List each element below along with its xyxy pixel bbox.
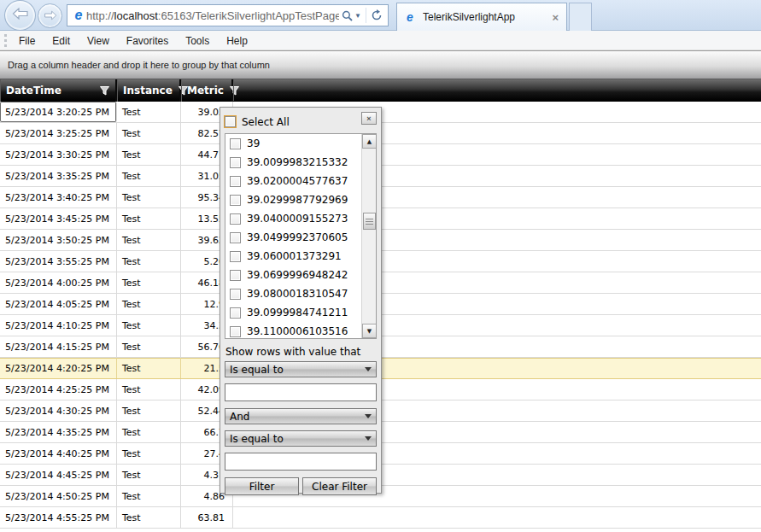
cell-instance[interactable]: Test xyxy=(117,230,181,250)
cell-instance[interactable]: Test xyxy=(117,336,181,357)
filter-value-item[interactable]: 39.0099983215332 xyxy=(225,153,376,172)
value-checkbox[interactable] xyxy=(230,289,241,300)
logical-operator-dropdown[interactable]: And xyxy=(225,408,377,424)
cell-instance[interactable]: Test xyxy=(117,465,181,485)
tab-close-icon[interactable]: × xyxy=(549,11,561,24)
column-header-instance[interactable]: Instance xyxy=(117,79,181,102)
popup-close-icon[interactable]: × xyxy=(361,112,377,125)
cell-datetime[interactable]: 5/23/2014 4:15:25 PM xyxy=(0,336,117,357)
menu-item-help[interactable]: Help xyxy=(218,32,256,50)
select-all-checkbox[interactable] xyxy=(225,116,236,127)
filter-value-item[interactable]: 39 xyxy=(225,134,376,153)
new-tab-button[interactable] xyxy=(569,3,592,31)
group-by-drop-area[interactable]: Drag a column header and drop it here to… xyxy=(0,50,761,79)
scroll-down-icon[interactable]: ▼ xyxy=(362,324,377,338)
cell-instance[interactable]: Test xyxy=(117,102,181,122)
refresh-icon[interactable] xyxy=(369,6,384,25)
search-icon[interactable] xyxy=(339,6,354,25)
cell-instance[interactable]: Test xyxy=(117,166,181,186)
address-bar[interactable]: e http://localhost:65163/TelerikSilverli… xyxy=(67,4,389,26)
cell-datetime[interactable]: 5/23/2014 3:35:25 PM xyxy=(0,166,117,186)
value-checkbox[interactable] xyxy=(230,326,241,337)
search-dropdown-caret-icon[interactable]: ▼ xyxy=(354,12,363,20)
cell-datetime[interactable]: 5/23/2014 3:40:25 PM xyxy=(0,187,117,208)
clear-filter-button[interactable]: Clear Filter xyxy=(302,477,377,495)
value-checkbox[interactable] xyxy=(230,232,241,243)
cell-metric[interactable]: 63.81 xyxy=(181,507,233,528)
cell-datetime[interactable]: 5/23/2014 3:50:25 PM xyxy=(0,230,117,250)
value-checkbox[interactable] xyxy=(230,176,241,187)
list-scrollbar[interactable]: ▲ ▼ xyxy=(361,134,376,338)
filter-value-item[interactable]: 39.1100006103516 xyxy=(225,322,376,339)
value-label: 39.1100006103516 xyxy=(247,325,348,337)
table-row[interactable]: 5/23/2014 4:55:25 PMTest63.81 xyxy=(0,507,761,529)
back-button[interactable] xyxy=(4,0,36,31)
filter-value2-input[interactable] xyxy=(225,453,377,471)
filter-value-item[interactable]: 39.0999984741211 xyxy=(225,303,376,322)
cell-instance[interactable]: Test xyxy=(117,379,181,400)
filter-icon[interactable] xyxy=(99,85,110,96)
cell-instance[interactable]: Test xyxy=(117,443,181,464)
cell-datetime[interactable]: 5/23/2014 4:05:25 PM xyxy=(0,294,117,314)
filter-value-item[interactable]: 39.0400009155273 xyxy=(225,209,376,228)
cell-instance[interactable]: Test xyxy=(117,422,181,442)
filter-value-item[interactable]: 39.0200004577637 xyxy=(225,172,376,190)
browser-tab[interactable]: e TelerikSilverlightApp × xyxy=(396,3,567,31)
cell-datetime[interactable]: 5/23/2014 3:45:25 PM xyxy=(0,208,117,229)
filter-value1-input[interactable] xyxy=(225,383,377,401)
menu-item-tools[interactable]: Tools xyxy=(177,32,218,50)
url-text[interactable]: http://localhost:65163/TelerikSilverligh… xyxy=(86,9,339,22)
scrollbar-thumb[interactable] xyxy=(363,213,376,230)
value-checkbox[interactable] xyxy=(230,138,241,149)
operator2-dropdown[interactable]: Is equal to xyxy=(225,430,377,447)
cell-instance[interactable]: Test xyxy=(117,486,181,506)
cell-datetime[interactable]: 5/23/2014 4:45:25 PM xyxy=(0,465,117,485)
value-checkbox[interactable] xyxy=(230,251,241,262)
cell-datetime[interactable]: 5/23/2014 4:35:25 PM xyxy=(0,422,117,442)
cell-instance[interactable]: Test xyxy=(117,400,181,421)
cell-instance[interactable]: Test xyxy=(117,294,181,314)
filter-value-item[interactable]: 39.0699996948242 xyxy=(225,266,376,284)
filter-value-item[interactable]: 39.0800018310547 xyxy=(225,284,376,303)
cell-instance[interactable]: Test xyxy=(117,187,181,208)
menu-item-view[interactable]: View xyxy=(79,32,118,50)
cell-instance[interactable]: Test xyxy=(117,208,181,229)
cell-instance[interactable]: Test xyxy=(117,315,181,336)
cell-datetime[interactable]: 5/23/2014 3:30:25 PM xyxy=(0,144,117,165)
cell-datetime[interactable]: 5/23/2014 4:10:25 PM xyxy=(0,315,117,336)
scroll-up-icon[interactable]: ▲ xyxy=(362,134,377,149)
filter-value-item[interactable]: 39.0499992370605 xyxy=(225,228,376,247)
cell-datetime[interactable]: 5/23/2014 3:20:25 PM xyxy=(0,102,117,122)
cell-instance[interactable]: Test xyxy=(117,251,181,272)
value-checkbox[interactable] xyxy=(230,195,241,206)
operator1-dropdown[interactable]: Is equal to xyxy=(225,361,377,377)
cell-instance[interactable]: Test xyxy=(117,272,181,293)
menu-item-edit[interactable]: Edit xyxy=(44,32,79,50)
value-checkbox[interactable] xyxy=(230,213,241,225)
value-checkbox[interactable] xyxy=(230,307,241,319)
cell-datetime[interactable]: 5/23/2014 4:40:25 PM xyxy=(0,443,117,464)
cell-datetime[interactable]: 5/23/2014 4:30:25 PM xyxy=(0,400,117,421)
filter-value-item[interactable]: 39.060001373291 xyxy=(225,247,376,266)
column-header-metric[interactable]: Metric xyxy=(181,79,233,102)
menu-item-file[interactable]: File xyxy=(10,32,44,50)
cell-datetime[interactable]: 5/23/2014 4:25:25 PM xyxy=(0,379,117,400)
cell-datetime[interactable]: 5/23/2014 4:50:25 PM xyxy=(0,486,117,506)
cell-datetime[interactable]: 5/23/2014 3:55:25 PM xyxy=(0,251,117,272)
cell-instance[interactable]: Test xyxy=(117,358,181,378)
forward-button[interactable] xyxy=(38,3,62,28)
cell-datetime[interactable]: 5/23/2014 4:00:25 PM xyxy=(0,272,117,293)
cell-datetime[interactable]: 5/23/2014 3:25:25 PM xyxy=(0,123,117,143)
cell-instance[interactable]: Test xyxy=(117,123,181,143)
menu-grip-handle[interactable] xyxy=(4,34,7,47)
filter-button[interactable]: Filter xyxy=(225,477,299,495)
cell-datetime[interactable]: 5/23/2014 4:55:25 PM xyxy=(0,507,117,528)
cell-instance[interactable]: Test xyxy=(117,144,181,165)
value-checkbox[interactable] xyxy=(230,157,241,168)
menu-item-favorites[interactable]: Favorites xyxy=(118,32,177,50)
cell-instance[interactable]: Test xyxy=(117,507,181,528)
value-checkbox[interactable] xyxy=(230,270,241,281)
column-header-datetime[interactable]: DateTime xyxy=(0,79,117,102)
filter-value-item[interactable]: 39.0299987792969 xyxy=(225,190,376,209)
cell-datetime[interactable]: 5/23/2014 4:20:25 PM xyxy=(0,358,117,378)
